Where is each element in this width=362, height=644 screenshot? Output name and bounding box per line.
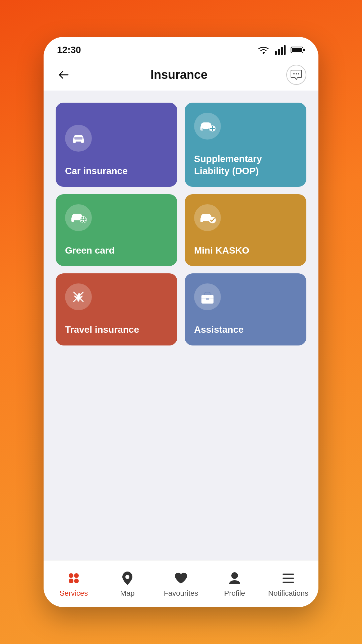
svg-point-26 [74, 573, 79, 578]
svg-point-25 [69, 573, 73, 578]
car-globe-icon [70, 211, 87, 224]
svg-rect-32 [283, 578, 294, 579]
svg-rect-1 [275, 51, 277, 55]
nav-notifications[interactable]: Notifications [261, 570, 315, 598]
travel-label: Travel insurance [65, 324, 139, 336]
profile-label: Profile [224, 589, 245, 598]
supplementary-label: SupplementaryLiability (DOP) [194, 153, 262, 177]
nav-map[interactable]: Map [101, 570, 154, 598]
signal-icon [275, 45, 286, 55]
svg-point-11 [74, 141, 76, 143]
svg-rect-24 [206, 298, 209, 300]
map-icon [119, 570, 135, 586]
header: Insurance [44, 60, 318, 91]
svg-point-8 [293, 73, 295, 74]
svg-point-27 [69, 579, 73, 583]
svg-rect-7 [292, 48, 302, 52]
status-icons [257, 45, 305, 55]
favourites-label: Favourites [164, 589, 198, 598]
main-content: Car insurance SupplementaryLiability (DO… [44, 91, 318, 560]
svg-point-30 [231, 572, 238, 579]
back-arrow-icon [59, 71, 69, 79]
travel-icon-wrap [65, 283, 92, 310]
notifications-icon [280, 570, 296, 586]
svg-rect-31 [283, 574, 294, 575]
back-button[interactable] [56, 67, 72, 83]
services-icon [66, 570, 82, 586]
svg-point-0 [263, 52, 264, 54]
svg-rect-6 [303, 49, 305, 51]
battery-icon [291, 46, 305, 54]
svg-rect-33 [283, 582, 294, 583]
services-label: Services [60, 589, 88, 598]
card-green-card[interactable]: Green card [56, 194, 177, 266]
status-bar: 12:30 [44, 37, 318, 60]
phone-frame: 12:30 [44, 37, 318, 607]
wifi-icon [257, 45, 269, 55]
svg-point-29 [125, 575, 129, 579]
assistance-icon-wrap [194, 283, 221, 310]
supplementary-icon-wrap [194, 113, 221, 140]
page-title: Insurance [150, 68, 207, 82]
car-plus-icon [199, 120, 216, 132]
chat-button[interactable] [286, 65, 306, 85]
svg-rect-13 [74, 137, 82, 140]
heart-icon [173, 570, 189, 586]
bottom-nav: Services Map Favourites [44, 560, 318, 607]
chat-icon [291, 69, 302, 80]
svg-rect-2 [278, 49, 280, 55]
svg-rect-4 [284, 45, 286, 55]
svg-point-9 [296, 73, 297, 74]
car-icon [71, 132, 86, 144]
card-supplementary[interactable]: SupplementaryLiability (DOP) [185, 103, 306, 187]
green-card-label: Green card [65, 245, 115, 257]
svg-rect-3 [281, 47, 283, 55]
svg-point-12 [81, 141, 83, 143]
car-insurance-icon-wrap [65, 125, 92, 152]
card-travel[interactable]: Travel insurance [56, 273, 177, 345]
nav-favourites[interactable]: Favourites [154, 570, 208, 598]
car-insurance-label: Car insurance [65, 165, 128, 177]
card-assistance[interactable]: Assistance [185, 273, 306, 345]
briefcase-icon [200, 290, 215, 304]
mini-kasko-icon-wrap [194, 204, 221, 231]
status-time: 12:30 [57, 45, 81, 55]
green-card-icon-wrap [65, 204, 92, 231]
mini-kasko-label: Mini KASKO [194, 245, 249, 257]
card-car-insurance[interactable]: Car insurance [56, 103, 177, 187]
profile-icon [227, 570, 243, 586]
insurance-grid: Car insurance SupplementaryLiability (DO… [56, 103, 306, 345]
assistance-label: Assistance [194, 324, 244, 336]
plane-icon [71, 289, 86, 304]
card-mini-kasko[interactable]: Mini KASKO [185, 194, 306, 266]
nav-services[interactable]: Services [47, 570, 101, 598]
nav-profile[interactable]: Profile [208, 570, 261, 598]
svg-point-10 [298, 73, 299, 74]
car-check-icon [199, 211, 216, 224]
svg-point-28 [74, 579, 79, 583]
svg-point-14 [201, 128, 203, 130]
notifications-label: Notifications [268, 589, 308, 598]
map-label: Map [120, 589, 135, 598]
